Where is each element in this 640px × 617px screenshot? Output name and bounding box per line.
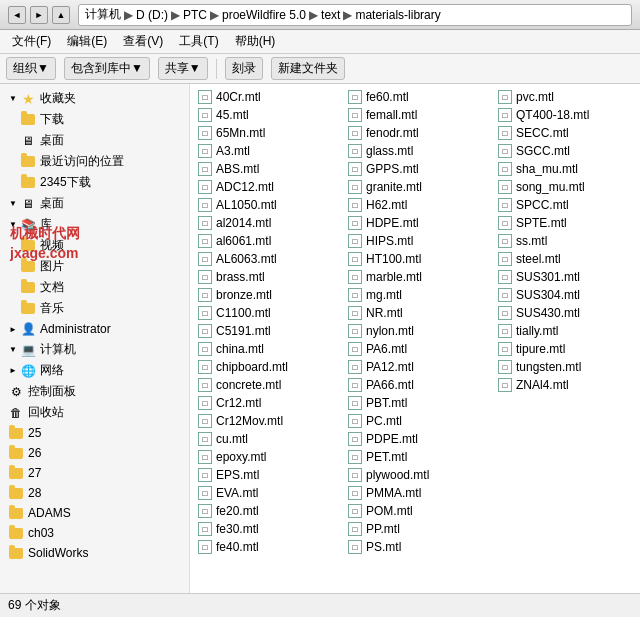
sidebar-item-solidworks[interactable]: SolidWorks <box>0 543 189 563</box>
list-item[interactable]: □cu.mtl <box>190 430 340 448</box>
list-item[interactable]: □C5191.mtl <box>190 322 340 340</box>
list-item[interactable]: □GPPS.mtl <box>340 160 490 178</box>
list-item[interactable]: □SPCC.mtl <box>490 196 640 214</box>
list-item[interactable]: □PA12.mtl <box>340 358 490 376</box>
list-item[interactable]: □china.mtl <box>190 340 340 358</box>
list-item[interactable]: □fe60.mtl <box>340 88 490 106</box>
sidebar-item-download[interactable]: 下载 <box>0 109 189 130</box>
menu-tools[interactable]: 工具(T) <box>171 31 226 52</box>
list-item[interactable]: □QT400-18.mtl <box>490 106 640 124</box>
list-item[interactable]: □ADC12.mtl <box>190 178 340 196</box>
list-item[interactable]: □SGCC.mtl <box>490 142 640 160</box>
breadcrumb-text[interactable]: text <box>321 8 340 22</box>
menu-view[interactable]: 查看(V) <box>115 31 171 52</box>
list-item[interactable]: □PS.mtl <box>340 538 490 556</box>
sidebar-item-music[interactable]: 音乐 <box>0 298 189 319</box>
sidebar-item-2345[interactable]: 2345下载 <box>0 172 189 193</box>
list-item[interactable]: □mg.mtl <box>340 286 490 304</box>
list-item[interactable]: □fenodr.mtl <box>340 124 490 142</box>
list-item[interactable]: □steel.mtl <box>490 250 640 268</box>
list-item[interactable]: □A3.mtl <box>190 142 340 160</box>
sidebar-item-27[interactable]: 27 <box>0 463 189 483</box>
list-item[interactable]: □AL6063.mtl <box>190 250 340 268</box>
list-item[interactable]: □POM.mtl <box>340 502 490 520</box>
list-item[interactable]: □PBT.mtl <box>340 394 490 412</box>
list-item[interactable]: □sha_mu.mtl <box>490 160 640 178</box>
list-item[interactable]: □40Cr.mtl <box>190 88 340 106</box>
list-item[interactable]: □fe20.mtl <box>190 502 340 520</box>
sidebar-item-admin[interactable]: ► 👤 Administrator <box>0 319 189 339</box>
list-item[interactable]: □PDPE.mtl <box>340 430 490 448</box>
list-item[interactable]: □SUS301.mtl <box>490 268 640 286</box>
sidebar-item-doc[interactable]: 文档 <box>0 277 189 298</box>
list-item[interactable]: □song_mu.mtl <box>490 178 640 196</box>
forward-button[interactable]: ► <box>30 6 48 24</box>
breadcrumb-computer[interactable]: 计算机 <box>85 6 121 23</box>
list-item[interactable]: □concrete.mtl <box>190 376 340 394</box>
list-item[interactable]: □plywood.mtl <box>340 466 490 484</box>
sidebar-item-video[interactable]: 视频 <box>0 235 189 256</box>
list-item[interactable]: □PET.mtl <box>340 448 490 466</box>
menu-edit[interactable]: 编辑(E) <box>59 31 115 52</box>
list-item[interactable]: □65Mn.mtl <box>190 124 340 142</box>
list-item[interactable]: □SPTE.mtl <box>490 214 640 232</box>
list-item[interactable]: □ABS.mtl <box>190 160 340 178</box>
sidebar-item-image[interactable]: 图片 <box>0 256 189 277</box>
breadcrumb-proe[interactable]: proeWildfire 5.0 <box>222 8 306 22</box>
list-item[interactable]: □ZNAl4.mtl <box>490 376 640 394</box>
breadcrumb-drive[interactable]: D (D:) <box>136 8 168 22</box>
list-item[interactable]: □AL1050.mtl <box>190 196 340 214</box>
list-item[interactable]: □SUS304.mtl <box>490 286 640 304</box>
include-button[interactable]: 包含到库中▼ <box>64 57 150 80</box>
list-item[interactable]: □fe40.mtl <box>190 538 340 556</box>
list-item[interactable]: □45.mtl <box>190 106 340 124</box>
breadcrumb[interactable]: 计算机 ▶ D (D:) ▶ PTC ▶ proeWildfire 5.0 ▶ … <box>78 4 632 26</box>
list-item[interactable]: □femall.mtl <box>340 106 490 124</box>
list-item[interactable]: □brass.mtl <box>190 268 340 286</box>
list-item[interactable]: □glass.mtl <box>340 142 490 160</box>
list-item[interactable]: □bronze.mtl <box>190 286 340 304</box>
sidebar-item-25[interactable]: 25 <box>0 423 189 443</box>
organize-button[interactable]: 组织▼ <box>6 57 56 80</box>
sidebar-item-adams[interactable]: ADAMS <box>0 503 189 523</box>
sidebar-item-recent[interactable]: 最近访问的位置 <box>0 151 189 172</box>
sidebar-item-26[interactable]: 26 <box>0 443 189 463</box>
back-button[interactable]: ◄ <box>8 6 26 24</box>
list-item[interactable]: □EPS.mtl <box>190 466 340 484</box>
list-item[interactable]: □tipure.mtl <box>490 340 640 358</box>
list-item[interactable]: □marble.mtl <box>340 268 490 286</box>
menu-file[interactable]: 文件(F) <box>4 31 59 52</box>
up-button[interactable]: ▲ <box>52 6 70 24</box>
breadcrumb-ptc[interactable]: PTC <box>183 8 207 22</box>
share-button[interactable]: 共享▼ <box>158 57 208 80</box>
list-item[interactable]: □PA6.mtl <box>340 340 490 358</box>
breadcrumb-materials[interactable]: materials-library <box>355 8 440 22</box>
sidebar-item-favorites[interactable]: ▼ ★ 收藏夹 <box>0 88 189 109</box>
sidebar-item-computer[interactable]: ▼ 💻 计算机 <box>0 339 189 360</box>
list-item[interactable]: □tungsten.mtl <box>490 358 640 376</box>
list-item[interactable]: □chipboard.mtl <box>190 358 340 376</box>
list-item[interactable]: □H62.mtl <box>340 196 490 214</box>
list-item[interactable]: □HIPS.mtl <box>340 232 490 250</box>
list-item[interactable]: □pvc.mtl <box>490 88 640 106</box>
list-item[interactable]: □Cr12.mtl <box>190 394 340 412</box>
list-item[interactable]: □PP.mtl <box>340 520 490 538</box>
sidebar-item-ch03[interactable]: ch03 <box>0 523 189 543</box>
list-item[interactable]: □ss.mtl <box>490 232 640 250</box>
sidebar-item-recycle[interactable]: 🗑 回收站 <box>0 402 189 423</box>
new-folder-button[interactable]: 新建文件夹 <box>271 57 345 80</box>
list-item[interactable]: □SUS430.mtl <box>490 304 640 322</box>
list-item[interactable]: □HT100.mtl <box>340 250 490 268</box>
list-item[interactable]: □fe30.mtl <box>190 520 340 538</box>
list-item[interactable]: □PA66.mtl <box>340 376 490 394</box>
list-item[interactable]: □PC.mtl <box>340 412 490 430</box>
list-item[interactable]: □nylon.mtl <box>340 322 490 340</box>
sidebar-item-library[interactable]: ▼ 📚 库 <box>0 214 189 235</box>
list-item[interactable]: □PMMA.mtl <box>340 484 490 502</box>
list-item[interactable]: □epoxy.mtl <box>190 448 340 466</box>
menu-help[interactable]: 帮助(H) <box>227 31 284 52</box>
list-item[interactable]: □granite.mtl <box>340 178 490 196</box>
burn-button[interactable]: 刻录 <box>225 57 263 80</box>
list-item[interactable]: □NR.mtl <box>340 304 490 322</box>
sidebar-item-network[interactable]: ► 🌐 网络 <box>0 360 189 381</box>
